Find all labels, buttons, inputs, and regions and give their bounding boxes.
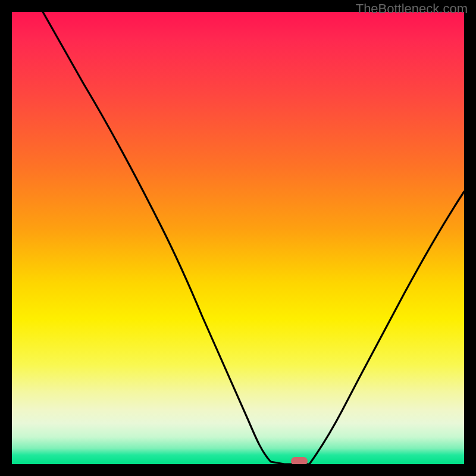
chart-curve-svg	[12, 12, 464, 464]
watermark-text: TheBottleneck.com	[356, 1, 468, 17]
optimal-marker	[291, 457, 308, 464]
bottleneck-curve-path	[43, 12, 464, 464]
chart-plot-area	[12, 12, 464, 464]
